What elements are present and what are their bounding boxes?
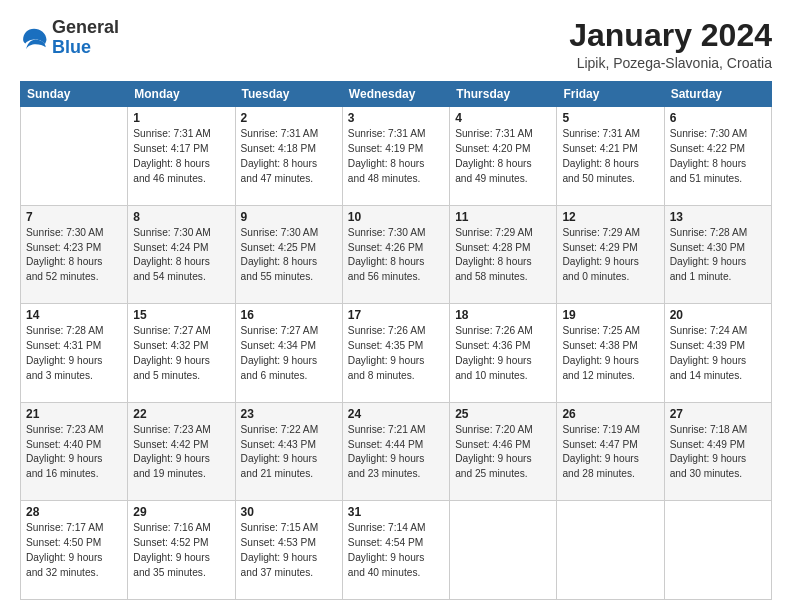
day-info: Sunrise: 7:30 AM Sunset: 4:22 PM Dayligh…: [670, 127, 766, 186]
calendar-cell: [21, 107, 128, 206]
calendar-cell: 27Sunrise: 7:18 AM Sunset: 4:49 PM Dayli…: [664, 402, 771, 501]
calendar-cell: 22Sunrise: 7:23 AM Sunset: 4:42 PM Dayli…: [128, 402, 235, 501]
title-block: January 2024 Lipik, Pozega-Slavonia, Cro…: [569, 18, 772, 71]
day-info: Sunrise: 7:24 AM Sunset: 4:39 PM Dayligh…: [670, 324, 766, 383]
calendar-cell: 6Sunrise: 7:30 AM Sunset: 4:22 PM Daylig…: [664, 107, 771, 206]
calendar-cell: [664, 501, 771, 600]
day-info: Sunrise: 7:28 AM Sunset: 4:31 PM Dayligh…: [26, 324, 122, 383]
header: General Blue January 2024 Lipik, Pozega-…: [20, 18, 772, 71]
calendar-cell: 20Sunrise: 7:24 AM Sunset: 4:39 PM Dayli…: [664, 304, 771, 403]
day-info: Sunrise: 7:14 AM Sunset: 4:54 PM Dayligh…: [348, 521, 444, 580]
day-number: 17: [348, 308, 444, 322]
day-info: Sunrise: 7:29 AM Sunset: 4:28 PM Dayligh…: [455, 226, 551, 285]
calendar-cell: [557, 501, 664, 600]
day-number: 22: [133, 407, 229, 421]
day-info: Sunrise: 7:31 AM Sunset: 4:19 PM Dayligh…: [348, 127, 444, 186]
logo-general: General: [52, 17, 119, 37]
day-info: Sunrise: 7:25 AM Sunset: 4:38 PM Dayligh…: [562, 324, 658, 383]
day-number: 7: [26, 210, 122, 224]
month-title: January 2024: [569, 18, 772, 53]
day-info: Sunrise: 7:20 AM Sunset: 4:46 PM Dayligh…: [455, 423, 551, 482]
day-info: Sunrise: 7:31 AM Sunset: 4:17 PM Dayligh…: [133, 127, 229, 186]
calendar-cell: 12Sunrise: 7:29 AM Sunset: 4:29 PM Dayli…: [557, 205, 664, 304]
location: Lipik, Pozega-Slavonia, Croatia: [569, 55, 772, 71]
day-number: 19: [562, 308, 658, 322]
day-number: 20: [670, 308, 766, 322]
day-info: Sunrise: 7:26 AM Sunset: 4:35 PM Dayligh…: [348, 324, 444, 383]
day-info: Sunrise: 7:23 AM Sunset: 4:42 PM Dayligh…: [133, 423, 229, 482]
day-number: 30: [241, 505, 337, 519]
day-number: 5: [562, 111, 658, 125]
day-info: Sunrise: 7:27 AM Sunset: 4:32 PM Dayligh…: [133, 324, 229, 383]
calendar-cell: 7Sunrise: 7:30 AM Sunset: 4:23 PM Daylig…: [21, 205, 128, 304]
calendar-cell: 3Sunrise: 7:31 AM Sunset: 4:19 PM Daylig…: [342, 107, 449, 206]
col-header-saturday: Saturday: [664, 82, 771, 107]
day-number: 21: [26, 407, 122, 421]
calendar-cell: 29Sunrise: 7:16 AM Sunset: 4:52 PM Dayli…: [128, 501, 235, 600]
calendar-cell: 16Sunrise: 7:27 AM Sunset: 4:34 PM Dayli…: [235, 304, 342, 403]
calendar-cell: 5Sunrise: 7:31 AM Sunset: 4:21 PM Daylig…: [557, 107, 664, 206]
day-info: Sunrise: 7:31 AM Sunset: 4:21 PM Dayligh…: [562, 127, 658, 186]
day-number: 18: [455, 308, 551, 322]
day-info: Sunrise: 7:28 AM Sunset: 4:30 PM Dayligh…: [670, 226, 766, 285]
day-number: 25: [455, 407, 551, 421]
day-number: 9: [241, 210, 337, 224]
day-info: Sunrise: 7:31 AM Sunset: 4:18 PM Dayligh…: [241, 127, 337, 186]
calendar-cell: 25Sunrise: 7:20 AM Sunset: 4:46 PM Dayli…: [450, 402, 557, 501]
col-header-sunday: Sunday: [21, 82, 128, 107]
calendar-cell: 8Sunrise: 7:30 AM Sunset: 4:24 PM Daylig…: [128, 205, 235, 304]
calendar-cell: 17Sunrise: 7:26 AM Sunset: 4:35 PM Dayli…: [342, 304, 449, 403]
day-number: 2: [241, 111, 337, 125]
day-info: Sunrise: 7:30 AM Sunset: 4:23 PM Dayligh…: [26, 226, 122, 285]
calendar-cell: 24Sunrise: 7:21 AM Sunset: 4:44 PM Dayli…: [342, 402, 449, 501]
calendar-cell: 28Sunrise: 7:17 AM Sunset: 4:50 PM Dayli…: [21, 501, 128, 600]
day-number: 26: [562, 407, 658, 421]
calendar-cell: 26Sunrise: 7:19 AM Sunset: 4:47 PM Dayli…: [557, 402, 664, 501]
calendar-cell: 19Sunrise: 7:25 AM Sunset: 4:38 PM Dayli…: [557, 304, 664, 403]
day-number: 16: [241, 308, 337, 322]
col-header-friday: Friday: [557, 82, 664, 107]
day-info: Sunrise: 7:31 AM Sunset: 4:20 PM Dayligh…: [455, 127, 551, 186]
logo: General Blue: [20, 18, 119, 58]
calendar-cell: 15Sunrise: 7:27 AM Sunset: 4:32 PM Dayli…: [128, 304, 235, 403]
day-info: Sunrise: 7:16 AM Sunset: 4:52 PM Dayligh…: [133, 521, 229, 580]
day-number: 14: [26, 308, 122, 322]
day-info: Sunrise: 7:30 AM Sunset: 4:24 PM Dayligh…: [133, 226, 229, 285]
logo-text: General Blue: [52, 18, 119, 58]
col-header-wednesday: Wednesday: [342, 82, 449, 107]
calendar-cell: 9Sunrise: 7:30 AM Sunset: 4:25 PM Daylig…: [235, 205, 342, 304]
day-number: 24: [348, 407, 444, 421]
day-number: 29: [133, 505, 229, 519]
day-number: 8: [133, 210, 229, 224]
day-info: Sunrise: 7:26 AM Sunset: 4:36 PM Dayligh…: [455, 324, 551, 383]
calendar-cell: 10Sunrise: 7:30 AM Sunset: 4:26 PM Dayli…: [342, 205, 449, 304]
calendar-cell: 30Sunrise: 7:15 AM Sunset: 4:53 PM Dayli…: [235, 501, 342, 600]
calendar-cell: 23Sunrise: 7:22 AM Sunset: 4:43 PM Dayli…: [235, 402, 342, 501]
logo-blue-text: Blue: [52, 37, 91, 57]
calendar-cell: 11Sunrise: 7:29 AM Sunset: 4:28 PM Dayli…: [450, 205, 557, 304]
day-number: 28: [26, 505, 122, 519]
logo-bird-icon: [20, 24, 48, 52]
day-info: Sunrise: 7:23 AM Sunset: 4:40 PM Dayligh…: [26, 423, 122, 482]
day-info: Sunrise: 7:19 AM Sunset: 4:47 PM Dayligh…: [562, 423, 658, 482]
day-number: 15: [133, 308, 229, 322]
calendar-cell: 1Sunrise: 7:31 AM Sunset: 4:17 PM Daylig…: [128, 107, 235, 206]
day-info: Sunrise: 7:22 AM Sunset: 4:43 PM Dayligh…: [241, 423, 337, 482]
col-header-monday: Monday: [128, 82, 235, 107]
calendar-table: SundayMondayTuesdayWednesdayThursdayFrid…: [20, 81, 772, 600]
calendar-cell: 14Sunrise: 7:28 AM Sunset: 4:31 PM Dayli…: [21, 304, 128, 403]
col-header-tuesday: Tuesday: [235, 82, 342, 107]
day-info: Sunrise: 7:18 AM Sunset: 4:49 PM Dayligh…: [670, 423, 766, 482]
day-number: 6: [670, 111, 766, 125]
day-info: Sunrise: 7:29 AM Sunset: 4:29 PM Dayligh…: [562, 226, 658, 285]
calendar-cell: [450, 501, 557, 600]
calendar-cell: 4Sunrise: 7:31 AM Sunset: 4:20 PM Daylig…: [450, 107, 557, 206]
day-number: 3: [348, 111, 444, 125]
day-info: Sunrise: 7:30 AM Sunset: 4:25 PM Dayligh…: [241, 226, 337, 285]
calendar-cell: 2Sunrise: 7:31 AM Sunset: 4:18 PM Daylig…: [235, 107, 342, 206]
col-header-thursday: Thursday: [450, 82, 557, 107]
day-number: 10: [348, 210, 444, 224]
calendar-cell: 13Sunrise: 7:28 AM Sunset: 4:30 PM Dayli…: [664, 205, 771, 304]
day-number: 13: [670, 210, 766, 224]
day-number: 1: [133, 111, 229, 125]
